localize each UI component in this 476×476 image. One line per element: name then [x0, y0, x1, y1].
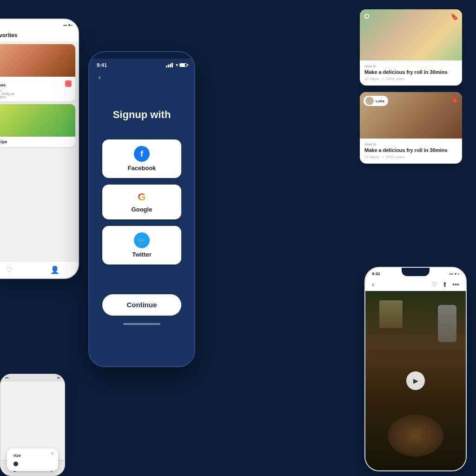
- home-indicator: [123, 323, 160, 325]
- favorites-content: How icious 🔖 Appe... food, arelty we 32 …: [0, 41, 78, 261]
- phone-bottom-left: ▪▪▪ ▾▪ 💬 🔍 ✕ rize: [0, 374, 65, 476]
- pbl-status-bar: ▪▪▪ ▾▪: [0, 374, 65, 382]
- phone-signup: 9:41 ▾ ‹ Signup with f Facebook G Google: [88, 51, 195, 367]
- facebook-icon: f: [140, 150, 143, 158]
- author-avatar: [365, 97, 374, 105]
- share-icon[interactable]: ⬆: [442, 281, 448, 288]
- continue-label: Continue: [127, 301, 157, 309]
- more-icon[interactable]: •••: [452, 281, 459, 288]
- author-name: Lolia: [376, 99, 384, 103]
- heart-icon[interactable]: ♡: [6, 265, 13, 274]
- bookmark-filled-icon[interactable]: 🔖: [450, 13, 458, 20]
- phone-recipe-detail: 9:41 ▪▪▪ ▾ ▪ ‹ ♡ ⬆ ••• ▶: [364, 267, 467, 471]
- twitter-button[interactable]: 🐦 Twitter: [102, 226, 181, 264]
- bottom-nav: ♡ 👤: [0, 261, 78, 278]
- status-bar: ▪▪▪ ▾ ▪: [0, 20, 78, 29]
- twitter-label: Twitter: [132, 251, 152, 258]
- favorites-header: Favorites: [0, 29, 78, 41]
- author-badge: Lolia: [364, 96, 388, 106]
- right-recipe-cards: 🔖 How to Make a delicious fry roll in 30…: [360, 9, 462, 164]
- bookmark-badge: 🔖: [65, 80, 72, 87]
- wifi-icon: ▾: [176, 63, 178, 67]
- radio-button[interactable]: [13, 462, 18, 466]
- bookmark-outline-icon[interactable]: 🔖: [450, 96, 458, 103]
- facebook-label: Facebook: [128, 165, 156, 172]
- google-icon: G: [138, 191, 145, 203]
- profile-icon[interactable]: 👤: [50, 265, 60, 274]
- modal-popup: ✕ rize: [7, 449, 58, 471]
- continue-button[interactable]: Continue: [102, 294, 181, 316]
- recipe-card-2: Recipe: [0, 104, 75, 147]
- facebook-icon-circle: f: [134, 146, 150, 162]
- back-button[interactable]: ‹: [372, 281, 374, 288]
- signup-status-bar: 9:41 ▾: [89, 59, 194, 70]
- card-title: Make a delicious fry roll in 30mins: [364, 69, 457, 75]
- card-tag: How to: [364, 64, 457, 68]
- recipe-card-top: 🔖 How to Make a delicious fry roll in 30…: [360, 9, 462, 86]
- google-label: Google: [132, 206, 152, 213]
- signup-title: Signup with: [113, 109, 171, 121]
- prb-header: ‹ ♡ ⬆ •••: [365, 278, 466, 291]
- prb-status-icons: ▪▪▪ ▾ ▪: [450, 272, 459, 276]
- video-overlay: ▶: [365, 291, 466, 470]
- battery-icon: [179, 63, 187, 67]
- video-area: ▶: [365, 291, 466, 470]
- prb-notch-area: 9:41 ▪▪▪ ▾ ▪: [365, 268, 466, 278]
- back-arrow[interactable]: ‹: [99, 73, 101, 81]
- recipe-card-1: How icious 🔖 Appe... food, arelty we 32 …: [0, 44, 75, 101]
- phone-notch: [402, 268, 430, 276]
- facebook-button[interactable]: f Facebook: [102, 139, 181, 178]
- recipe-card-bottom: Lolia 🔖 How to Make a delicious fry roll…: [360, 92, 462, 164]
- card2-title: Make a delicious fry roll in 30mins: [364, 147, 457, 153]
- prb-action-icons: ♡ ⬆ •••: [431, 281, 459, 288]
- google-button[interactable]: G Google: [102, 185, 181, 219]
- twitter-icon: 🐦: [137, 236, 146, 245]
- heart-icon[interactable]: ♡: [431, 281, 437, 288]
- play-button[interactable]: ▶: [406, 371, 425, 390]
- card2-meta: 13 Steps 3450 views: [364, 155, 457, 159]
- phone-favorites: ▪▪▪ ▾ ▪ Favorites How icious 🔖 Appe... f: [0, 19, 79, 279]
- twitter-icon-circle: 🐦: [134, 232, 150, 248]
- card2-tag: How to: [364, 142, 457, 146]
- card-meta: 12 Steps 3450 views: [364, 77, 457, 81]
